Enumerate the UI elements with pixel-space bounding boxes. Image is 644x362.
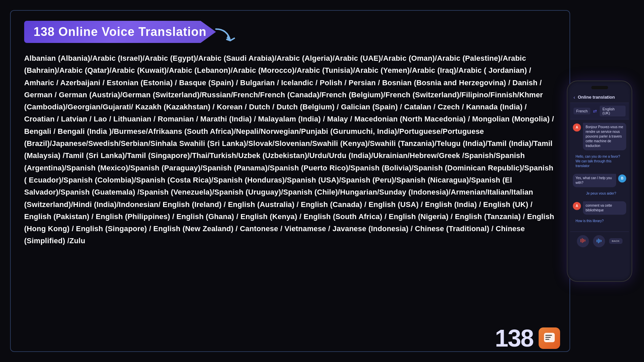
back-button[interactable]: BACK	[609, 238, 623, 244]
bottom-badge: 138	[495, 324, 560, 352]
bubble-1: Bonjour Pouvez-vous me rendre un service…	[583, 123, 626, 150]
languages-list: Albanian (Albania)/Arabic (Israel)/Arabi…	[24, 52, 556, 247]
svg-rect-3	[585, 240, 585, 242]
phone-mockup: ‹ Online translation French ⇄ English (U…	[567, 81, 632, 282]
phone-outer: ‹ Online translation French ⇄ English (U…	[567, 81, 632, 282]
chat-area: A Bonjour Pouvez-vous me rendre un servi…	[570, 119, 629, 229]
svg-rect-1	[582, 238, 583, 243]
arrow-decoration	[213, 26, 236, 46]
message-row-1: A Bonjour Pouvez-vous me rendre un servi…	[573, 123, 626, 150]
mic-button-a[interactable]	[577, 235, 589, 247]
bubble-3: comment va cette bibliothèque	[583, 201, 626, 215]
phone-bottom-controls: BACK	[570, 231, 629, 251]
page-title: 138 Online Voice Translation	[34, 25, 207, 39]
swap-icon[interactable]: ⇄	[593, 108, 597, 114]
phone-notch	[591, 86, 608, 89]
svg-rect-11	[545, 339, 549, 340]
svg-rect-4	[597, 240, 597, 242]
svg-rect-5	[598, 239, 599, 243]
svg-rect-2	[583, 239, 584, 242]
svg-rect-10	[545, 337, 551, 338]
phone-header: ‹ Online translation	[570, 92, 629, 103]
title-bg: 138 Online Voice Translation	[24, 21, 216, 43]
badge-number: 138	[495, 324, 533, 352]
phone-screen: ‹ Online translation French ⇄ English (U…	[570, 92, 629, 276]
avatar-a-1: A	[573, 123, 581, 132]
mic-button-b[interactable]	[593, 235, 605, 247]
phone-header-title: Online translation	[578, 95, 615, 100]
title-banner: 138 Online Voice Translation	[24, 21, 216, 43]
svg-rect-7	[601, 240, 601, 242]
chat-icon-badge	[539, 327, 560, 349]
bubble-2: Yes, what can I help you with?	[573, 174, 616, 187]
message-row-3: A comment va cette bibliothèque	[573, 201, 626, 215]
translated-2: Je peux vous aider?	[573, 191, 626, 198]
source-language[interactable]: French	[574, 108, 590, 114]
svg-rect-6	[599, 239, 600, 243]
svg-rect-0	[581, 239, 581, 242]
message-row-2: B Yes, what can I help you with?	[573, 174, 626, 187]
main-container: 138 Online Voice Translation Albanian (A…	[10, 10, 570, 352]
avatar-b-1: B	[618, 174, 626, 183]
back-arrow-icon[interactable]: ‹	[574, 95, 575, 100]
translated-3: How is this library?	[573, 218, 626, 225]
svg-rect-9	[545, 335, 552, 336]
target-language[interactable]: English (UK)	[600, 106, 626, 116]
translated-1: Hello, can you do me a favor? We can tal…	[573, 154, 626, 170]
language-selector: French ⇄ English (UK)	[570, 103, 629, 119]
avatar-a-2: A	[573, 202, 581, 210]
